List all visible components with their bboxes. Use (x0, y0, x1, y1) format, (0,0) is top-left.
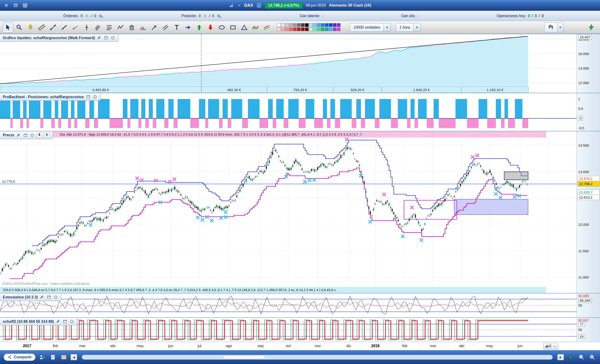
buy-order-button[interactable] (44, 133, 50, 138)
tool-arrow-right[interactable] (183, 22, 193, 33)
color-swatch[interactable] (313, 23, 317, 27)
info-icon[interactable] (256, 3, 262, 8)
units-select-arrow-icon[interactable]: ▼ (384, 23, 391, 31)
tool-ruler[interactable] (37, 22, 47, 33)
tool-buy-arrow[interactable] (194, 22, 204, 33)
close-panel-icon[interactable] (93, 94, 97, 99)
color-swatch[interactable] (305, 27, 309, 31)
chart-style-button[interactable] (544, 22, 557, 32)
color-swatch[interactable] (277, 27, 281, 31)
popout-window-icon[interactable] (86, 94, 91, 99)
equity-chart-plot[interactable] (0, 34, 577, 87)
timeframe-select-arrow-icon[interactable]: ▼ (413, 23, 420, 31)
close-position-icon[interactable] (203, 14, 207, 18)
tool-wave[interactable] (250, 22, 261, 33)
tool-parallel[interactable] (160, 22, 171, 33)
color-swatch[interactable] (325, 27, 328, 31)
scrollbar-thumb[interactable] (223, 355, 265, 359)
settings-wrench-icon[interactable] (56, 319, 61, 324)
settings-wrench-icon[interactable] (97, 35, 102, 40)
color-swatch[interactable] (289, 23, 293, 27)
color-swatch[interactable] (289, 27, 293, 31)
tool-pointer[interactable] (3, 22, 13, 33)
color-swatch[interactable] (321, 23, 325, 27)
scroll-left-button[interactable]: ◀ (71, 354, 77, 360)
instrument-symbol[interactable]: DAX (244, 3, 253, 8)
tool-segment[interactable] (48, 22, 58, 33)
lightning-icon[interactable] (567, 353, 575, 361)
color-swatch[interactable] (297, 27, 301, 31)
color-swatch[interactable] (321, 27, 325, 31)
close-panel-icon[interactable] (30, 133, 35, 138)
color-swatch[interactable] (309, 27, 313, 31)
scroll-right-button-2[interactable]: ▶ (557, 354, 564, 360)
color-swatch[interactable] (305, 23, 309, 27)
color-swatch[interactable] (313, 27, 317, 31)
color-swatch[interactable] (285, 27, 289, 31)
tool-triangle[interactable] (239, 22, 249, 33)
trader-profile-icon[interactable] (38, 353, 46, 361)
tool-pitchfork[interactable] (93, 22, 103, 33)
tool-trendline[interactable] (59, 22, 69, 33)
tool-eraser[interactable] (138, 22, 148, 33)
tool-vline[interactable] (82, 22, 92, 33)
tool-alarm[interactable] (25, 22, 36, 33)
color-swatch[interactable] (277, 23, 281, 27)
close-panel-icon[interactable] (110, 35, 115, 40)
tool-zoom[interactable] (14, 22, 24, 33)
timeframe-select[interactable]: 1 hora ▼ (396, 23, 421, 32)
color-swatch[interactable] (281, 27, 285, 31)
sell-order-button[interactable] (37, 133, 42, 138)
tool-extend-arrow[interactable] (149, 22, 159, 33)
tool-trash[interactable] (127, 22, 137, 33)
color-swatch[interactable] (333, 23, 337, 27)
minimize-window-icon[interactable] (13, 2, 19, 9)
popout-window-icon[interactable] (63, 319, 67, 324)
report-document-icon[interactable] (49, 353, 57, 361)
tool-rectangle[interactable] (228, 22, 238, 33)
color-swatch[interactable] (301, 23, 305, 27)
color-swatch[interactable] (301, 27, 305, 31)
tool-fibonacci[interactable] (104, 22, 114, 33)
color-swatch[interactable] (285, 23, 289, 27)
tool-channel[interactable] (262, 22, 272, 33)
tool-text[interactable] (172, 22, 182, 33)
color-swatch[interactable] (297, 23, 301, 27)
color-swatch[interactable] (325, 23, 328, 27)
schaff-chart-plot[interactable] (0, 318, 577, 342)
orders-settings-gear-icon[interactable] (98, 13, 103, 19)
chart-style-dropdown[interactable]: ▼ (557, 22, 563, 32)
tool-ellipse[interactable] (216, 22, 227, 33)
color-swatch[interactable] (329, 23, 333, 27)
stochastic-chart-plot[interactable] (0, 293, 577, 317)
share-button[interactable]: Compartir (4, 354, 35, 361)
close-panel-icon[interactable] (53, 295, 58, 300)
close-window-icon[interactable] (3, 2, 9, 9)
color-swatch[interactable] (317, 23, 321, 27)
position-settings-gear-icon[interactable] (216, 13, 222, 19)
units-select[interactable]: 10000 unidades ▼ (350, 23, 391, 32)
color-swatch[interactable] (337, 23, 341, 27)
zoom-step-button[interactable]: + (551, 343, 558, 349)
tool-semi-line[interactable] (70, 22, 81, 33)
settings-wrench-icon[interactable] (16, 133, 21, 138)
zoom-out-button[interactable] (578, 353, 585, 361)
tool-sell-arrow[interactable] (205, 22, 216, 33)
color-swatch[interactable] (337, 27, 341, 31)
cancel-orders-icon[interactable] (84, 14, 89, 18)
popout-window-icon[interactable] (103, 35, 109, 40)
grid-view-icon[interactable] (22, 2, 28, 9)
horizontal-scrollbar[interactable] (82, 355, 553, 360)
price-chart-plot[interactable] (0, 137, 577, 287)
color-swatch[interactable] (333, 27, 337, 31)
color-swatch[interactable] (293, 23, 297, 27)
quick-order-lightning-icon[interactable] (588, 24, 595, 31)
close-panel-icon[interactable] (69, 319, 74, 324)
settings-wrench-icon[interactable] (40, 295, 45, 300)
color-swatch[interactable] (329, 27, 333, 31)
chevron-down-icon[interactable] (237, 3, 241, 7)
popout-window-icon[interactable] (23, 133, 28, 138)
color-swatch[interactable] (309, 23, 313, 27)
zoom-in-button[interactable] (588, 353, 596, 361)
color-swatch[interactable] (293, 27, 297, 31)
